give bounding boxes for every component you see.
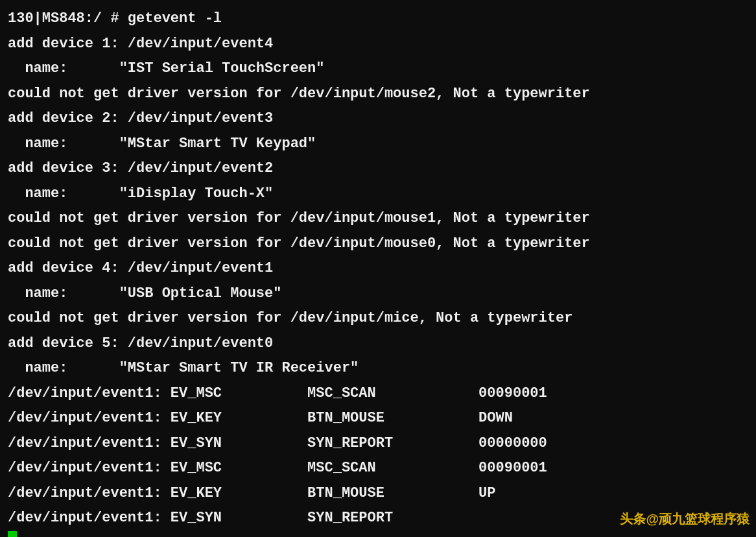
terminal-line: name: "iDisplay Touch-X" xyxy=(8,182,748,207)
cursor-line xyxy=(8,531,748,538)
terminal-line: add device 1: /dev/input/event4 xyxy=(8,32,748,57)
terminal-line: /dev/input/event1: EV_MSC MSC_SCAN 00090… xyxy=(8,456,748,481)
terminal-line: name: "USB Optical Mouse" xyxy=(8,281,748,307)
terminal-line: name: "MStar Smart TV Keypad" xyxy=(8,132,748,157)
terminal-line: could not get driver version for /dev/in… xyxy=(8,82,748,107)
terminal-line: /dev/input/event1: EV_KEY BTN_MOUSE UP xyxy=(8,481,748,507)
terminal-line: add device 2: /dev/input/event3 xyxy=(8,106,748,132)
terminal-line: could not get driver version for /dev/in… xyxy=(8,206,748,232)
terminal-line: add device 4: /dev/input/event1 xyxy=(8,256,748,281)
terminal-line: add device 5: /dev/input/event0 xyxy=(8,331,748,357)
terminal-line: /dev/input/event1: EV_KEY BTN_MOUSE DOWN xyxy=(8,406,748,431)
watermark: 头条@顽九篮球程序猿 xyxy=(620,510,750,528)
terminal-line: /dev/input/event1: EV_SYN SYN_REPORT 000… xyxy=(8,431,748,457)
terminal-window: 130|MS848:/ # getevent -ladd device 1: /… xyxy=(0,0,756,537)
terminal-line: could not get driver version for /dev/in… xyxy=(8,306,748,331)
terminal-line: name: "IST Serial TouchScreen" xyxy=(8,56,748,82)
terminal-line: add device 3: /dev/input/event2 xyxy=(8,156,748,182)
terminal-line: 130|MS848:/ # getevent -l xyxy=(8,6,748,32)
terminal-line: name: "MStar Smart TV IR Receiver" xyxy=(8,356,748,381)
terminal-line: could not get driver version for /dev/in… xyxy=(8,232,748,257)
terminal-cursor xyxy=(8,531,17,538)
terminal-line: /dev/input/event1: EV_MSC MSC_SCAN 00090… xyxy=(8,381,748,407)
